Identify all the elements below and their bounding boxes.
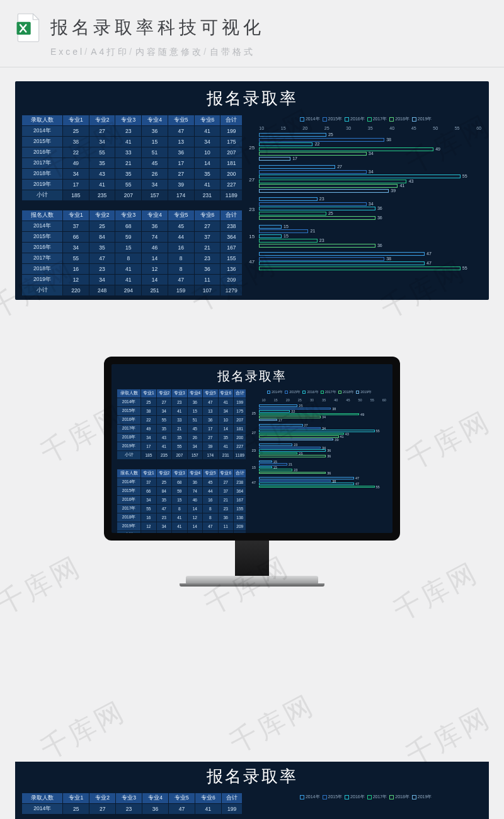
legend-swatch	[367, 117, 372, 122]
column-header: 专业2	[89, 115, 115, 126]
bar-value: 38	[386, 256, 391, 261]
row-label: 2019年	[117, 522, 141, 531]
cell: 66	[63, 232, 89, 243]
bar: 38	[259, 257, 384, 261]
cell: 181	[220, 158, 243, 169]
data-table: 报名人数专业1专业2专业3专业4专业5专业6合计2014年37256836452…	[117, 469, 246, 533]
data-table: 录取人数专业1专业2专业3专业4专业5专业6合计2014年25272336474…	[21, 793, 243, 815]
table-row: 2014年252723364741199	[22, 804, 243, 815]
bar-row: 15	[259, 461, 387, 463]
bar-row: 17	[259, 419, 387, 421]
bar-row: 41	[259, 184, 483, 188]
cell: 55	[63, 253, 89, 264]
table-row: 2018年16234112836136	[117, 513, 246, 522]
bar: 47	[259, 252, 424, 256]
bar-row: 38	[259, 257, 483, 261]
cell: 155	[220, 253, 243, 264]
bar: 34	[259, 202, 366, 206]
column-header: 专业5	[203, 469, 218, 478]
column-header: 专业2	[156, 469, 171, 478]
chart-column: 2014年2015年2016年2017年2018年2019年1015202530…	[251, 389, 387, 533]
watermark-text: 千库网	[0, 548, 88, 624]
cell: 13	[203, 407, 218, 416]
bar-row: 43	[259, 180, 483, 183]
bar: 55	[259, 266, 460, 270]
bar: 41	[259, 435, 338, 438]
column-header: 专业6	[195, 793, 221, 804]
bar: 15	[259, 466, 272, 469]
cell: 35	[89, 158, 115, 169]
bar-row: 39	[259, 189, 483, 193]
cell: 174	[203, 451, 218, 460]
tag: 自带格式	[203, 47, 255, 58]
bar-group: 151521152336	[259, 225, 483, 249]
tables-column: 录取人数专业1专业2专业3专业4专业5专业6合计2014年25272336474…	[21, 115, 243, 296]
column-header: 专业6	[194, 210, 220, 221]
cell: 107	[194, 285, 220, 296]
bar-row: 23	[259, 239, 483, 243]
xtick: 55	[455, 126, 460, 130]
cell: 41	[115, 275, 142, 285]
bar-row: 34	[259, 170, 483, 174]
cell: 37	[141, 478, 156, 487]
cell: 248	[89, 285, 115, 296]
row-label: 2014年	[117, 478, 141, 487]
cell: 1279	[234, 531, 246, 534]
bar-row: 55	[259, 430, 387, 432]
legend-item: 2016年	[345, 794, 365, 800]
bar-row: 34	[259, 447, 387, 449]
cell: 23	[156, 513, 171, 522]
table-row: 2019年174155343941227	[22, 180, 243, 190]
bar-group: 4747384755	[259, 477, 387, 488]
cell: 35	[115, 169, 142, 180]
table-row: 2019年123441144711209	[117, 522, 246, 531]
bar: 36	[259, 449, 326, 452]
legend-swatch	[323, 117, 327, 122]
bar-row: 25	[259, 133, 483, 137]
ylabel: 47	[251, 481, 256, 484]
table-row: 2015年383441151334175	[117, 407, 246, 416]
bar-value: 36	[377, 215, 382, 220]
bar: 36	[259, 207, 375, 210]
cell: 36	[142, 804, 169, 815]
cell: 34	[89, 275, 115, 285]
bar: 17	[259, 419, 277, 421]
xtick: 30	[346, 126, 351, 130]
cell: 8	[203, 513, 218, 522]
legend-label: 2019年	[418, 116, 432, 122]
column-header: 专业4	[142, 793, 169, 804]
cell: 68	[172, 478, 187, 487]
xtick: 35	[368, 126, 373, 130]
row-label: 小计	[22, 285, 63, 296]
row-label: 2018年	[117, 513, 141, 522]
bar: 22	[259, 410, 290, 413]
cell: 51	[142, 147, 168, 158]
cell: 51	[187, 416, 202, 425]
cell: 21	[194, 243, 220, 253]
legend-item: 2014年	[300, 794, 320, 800]
bar: 34	[259, 447, 321, 449]
row-label: 2014年	[117, 398, 141, 407]
column-header: 专业6	[218, 389, 233, 398]
column-header: 专业5	[203, 389, 218, 398]
row-label: 2014年	[22, 221, 63, 232]
cell: 175	[234, 407, 246, 416]
bar: 55	[259, 430, 374, 432]
cell: 34	[141, 496, 156, 505]
legend-swatch	[345, 117, 349, 122]
column-header: 专业1	[63, 210, 89, 221]
cell: 199	[234, 398, 246, 407]
xtick: 25	[324, 126, 329, 130]
bar-row: 47	[259, 477, 387, 479]
bar-row: 43	[259, 433, 387, 435]
bar-row: 15	[259, 234, 483, 238]
bar-row: 36	[259, 455, 387, 457]
ylabel: 23	[251, 449, 256, 452]
bar: 25	[259, 452, 297, 455]
bar: 34	[259, 427, 321, 430]
xtick: 40	[389, 126, 394, 130]
bar-value: 23	[319, 238, 324, 243]
cell: 41	[218, 442, 233, 451]
column-header: 专业3	[115, 115, 142, 126]
divider	[0, 67, 504, 67]
